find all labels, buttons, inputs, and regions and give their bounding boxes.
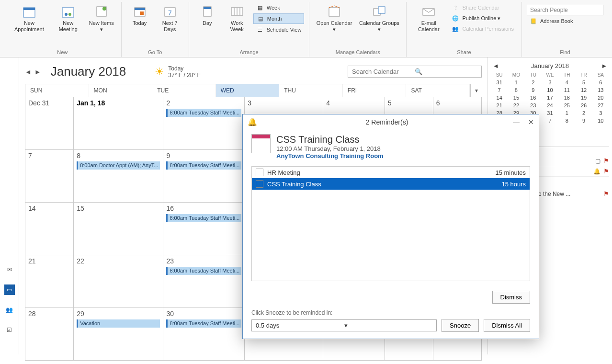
snooze-button[interactable]: Snooze — [442, 319, 479, 332]
mini-day[interactable]: 12 — [575, 87, 592, 93]
reminder-item[interactable]: HR Meeting15 minutes — [252, 167, 530, 178]
mini-day[interactable]: 7 — [491, 87, 508, 93]
snooze-select[interactable]: 0.5 days ▾ — [251, 319, 437, 331]
mini-day[interactable]: 2 — [525, 80, 542, 85]
mini-day[interactable]: 15 — [508, 95, 524, 101]
mini-day[interactable]: 23 — [525, 102, 542, 108]
new-meeting-button[interactable]: New Meeting — [53, 2, 84, 34]
mini-day[interactable]: 5 — [575, 80, 592, 85]
calendar-event[interactable]: 8:00am Doctor Appt (AM); AnyT... — [77, 161, 160, 170]
calendar-cell[interactable]: 238:00am Tuesday Staff Meeti... — [163, 255, 245, 308]
search-calendar-input[interactable]: Search Calendar 🔍 — [348, 66, 482, 78]
schedule-view-button[interactable]: ☰Schedule View — [253, 25, 305, 34]
mini-prev-button[interactable]: ◄ — [493, 62, 499, 69]
mini-day[interactable]: 10 — [542, 87, 558, 93]
calendar-cell[interactable]: Jan 1, 18 — [74, 97, 163, 150]
mini-day[interactable]: 3 — [542, 80, 558, 85]
month-button[interactable]: ▤Month — [253, 13, 305, 24]
mini-day[interactable]: 25 — [558, 102, 575, 108]
mini-day[interactable]: 16 — [525, 95, 542, 101]
calendar-cell[interactable]: 22 — [74, 255, 163, 308]
mini-day[interactable]: 11 — [558, 87, 575, 93]
calendar-cell[interactable]: 29Vacation — [74, 308, 163, 361]
view-options-button[interactable]: ▾ — [470, 84, 482, 97]
mini-day[interactable]: 20 — [592, 95, 609, 101]
mail-nav-icon[interactable]: ✉ — [4, 264, 15, 275]
svg-rect-13 — [204, 7, 211, 9]
open-calendar-button[interactable]: Open Calendar ▾ — [314, 2, 354, 34]
items-icon — [94, 4, 109, 19]
calendar-cell[interactable]: 14 — [25, 203, 74, 255]
mini-day[interactable]: 27 — [592, 102, 609, 108]
mini-day[interactable]: 19 — [575, 95, 592, 101]
mini-day[interactable]: 17 — [542, 95, 558, 101]
mini-day[interactable]: 22 — [508, 102, 524, 108]
next7days-button[interactable]: 7 Next 7 Days — [156, 2, 184, 34]
mini-day[interactable]: 26 — [575, 102, 592, 108]
tasks-nav-icon[interactable]: ☑ — [4, 325, 15, 335]
workweek-icon — [229, 4, 245, 19]
dismiss-all-button[interactable]: Dismiss All — [484, 319, 530, 332]
calendar-groups-button[interactable]: Calendar Groups ▾ — [357, 2, 401, 34]
mini-day[interactable]: 7 — [542, 118, 558, 124]
dismiss-button[interactable]: Dismiss — [492, 291, 531, 304]
people-nav-icon[interactable]: 👥 — [4, 305, 15, 315]
email-calendar-button[interactable]: E-mail Calendar — [411, 2, 446, 34]
mini-day[interactable]: 1 — [508, 80, 524, 85]
calendar-cell[interactable]: 7 — [25, 150, 74, 203]
new-appointment-button[interactable]: New Appointment — [9, 2, 50, 34]
workweek-button[interactable]: Work Week — [224, 2, 250, 34]
calendar-nav-icon[interactable]: ▭ — [4, 284, 15, 295]
mini-day[interactable]: 1 — [558, 110, 575, 116]
calendar-event[interactable]: 8:00am Tuesday Staff Meeti... — [166, 214, 241, 222]
today-button[interactable]: Today — [126, 2, 153, 28]
mini-day[interactable]: 24 — [542, 102, 558, 108]
mini-day[interactable]: 8 — [508, 87, 524, 93]
week-button[interactable]: ▦Week — [253, 3, 305, 12]
publish-online-button[interactable]: 🌐Publish Online ▾ — [449, 13, 517, 23]
calendar-cell[interactable]: 28:00am Tuesday Staff Meeti... — [163, 97, 245, 150]
group-label-arrange: Arrange — [239, 48, 258, 57]
mini-day[interactable]: 2 — [575, 110, 592, 116]
calendar-cell[interactable]: 168:00am Tuesday Staff Meeti... — [163, 203, 245, 255]
mini-day[interactable]: 6 — [592, 80, 609, 85]
calendar-title: January 2018 — [51, 64, 126, 79]
minimize-button[interactable]: — — [513, 118, 520, 126]
calendar-cell[interactable]: 15 — [74, 203, 163, 255]
prev-month-button[interactable]: ◄ — [25, 68, 32, 76]
mini-day[interactable]: 10 — [592, 118, 609, 124]
calendar-cell[interactable]: 308:00am Tuesday Staff Meeti... — [163, 308, 245, 361]
calendar-cell[interactable]: 88:00am Doctor Appt (AM); AnyT... — [74, 150, 163, 203]
mini-day[interactable]: 14 — [491, 95, 508, 101]
mini-next-button[interactable]: ► — [601, 62, 607, 69]
dialog-title: 2 Reminder(s) — [261, 118, 513, 126]
new-items-button[interactable]: New Items ▾ — [87, 2, 116, 34]
calendar-cell[interactable]: Dec 31 — [25, 97, 74, 150]
close-button[interactable]: ✕ — [528, 118, 534, 126]
mini-day[interactable]: 8 — [558, 118, 575, 124]
svg-rect-1 — [23, 8, 35, 10]
mini-day[interactable]: 18 — [558, 95, 575, 101]
mini-day[interactable]: 31 — [491, 80, 508, 85]
next-month-button[interactable]: ► — [34, 68, 41, 76]
day-button[interactable]: Day — [194, 2, 221, 28]
calendar-event[interactable]: 8:00am Tuesday Staff Meeti... — [166, 319, 241, 328]
mini-day[interactable]: 3 — [592, 110, 609, 116]
calendar-cell[interactable]: 98:00am Tuesday Staff Meeti... — [163, 150, 245, 203]
calendar-event[interactable]: Vacation — [77, 319, 160, 328]
meeting-icon — [60, 4, 76, 19]
mini-day[interactable]: 9 — [525, 87, 542, 93]
calendar-cell[interactable]: 28 — [25, 308, 74, 361]
mini-day[interactable]: 4 — [558, 80, 575, 85]
calendar-event[interactable]: 8:00am Tuesday Staff Meeti... — [166, 109, 241, 117]
mini-day[interactable]: 13 — [592, 87, 609, 93]
search-people-input[interactable]: Search People — [527, 5, 603, 15]
calendar-event[interactable]: 8:00am Tuesday Staff Meeti... — [166, 161, 241, 170]
calendar-event[interactable]: 8:00am Tuesday Staff Meeti... — [166, 267, 241, 275]
address-book-button[interactable]: 📒Address Book — [527, 16, 603, 26]
mini-day[interactable]: 9 — [575, 118, 592, 124]
reminder-item[interactable]: CSS Training Class15 hours — [252, 178, 530, 190]
mini-day[interactable]: 21 — [491, 102, 508, 108]
mini-day[interactable]: 31 — [542, 110, 558, 116]
calendar-cell[interactable]: 21 — [25, 255, 74, 308]
